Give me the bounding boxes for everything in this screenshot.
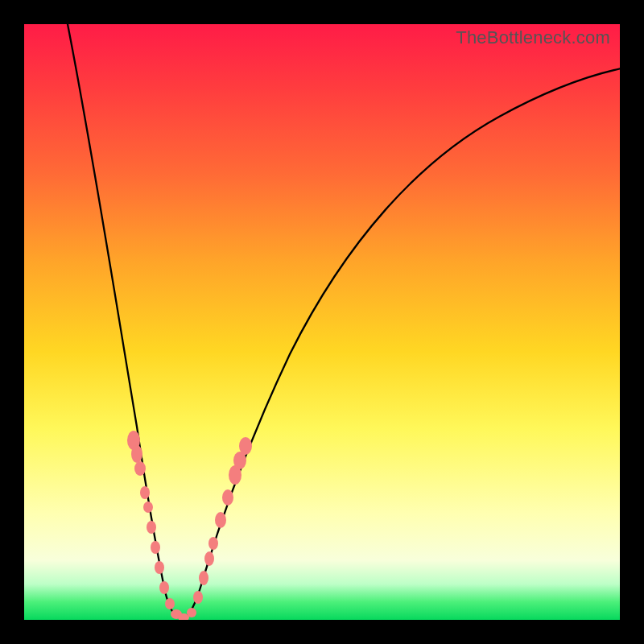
svg-point-17 [215,512,226,528]
curve-layer [24,24,620,620]
svg-point-2 [134,461,146,476]
svg-point-21 [239,437,252,455]
dots-right-cluster [187,437,252,617]
svg-point-16 [208,537,218,550]
svg-point-4 [143,502,153,513]
svg-point-3 [140,486,150,499]
svg-point-8 [159,581,169,594]
dots-left-cluster [127,431,189,620]
svg-point-13 [193,591,203,604]
svg-point-12 [187,608,196,617]
svg-point-6 [151,541,160,554]
svg-point-18 [222,489,233,506]
svg-point-5 [147,521,156,534]
svg-point-14 [199,571,208,585]
svg-point-15 [204,551,214,566]
plot-area: TheBottleneck.com [24,24,620,620]
svg-point-1 [131,445,142,463]
chart-frame: TheBottleneck.com [0,0,644,644]
svg-point-7 [155,561,164,574]
svg-point-9 [165,598,175,609]
